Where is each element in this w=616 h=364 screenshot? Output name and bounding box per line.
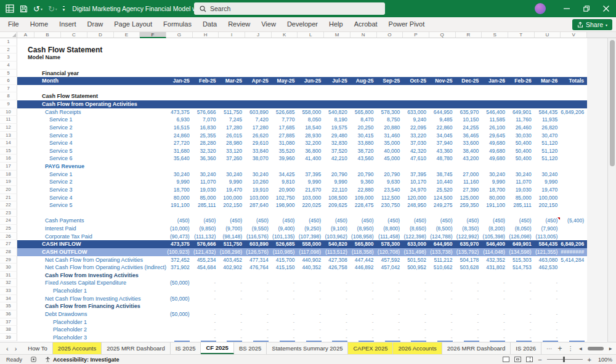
cell-H15[interactable]: 32,320 [193, 147, 219, 155]
cell-R36[interactable]: - [456, 310, 482, 318]
vertical-scrollbar-thumb[interactable] [610, 40, 615, 166]
cell-I12[interactable]: 17,280 [219, 124, 245, 132]
cell-T36[interactable]: - [508, 310, 535, 318]
undo-dropdown-icon[interactable]: ▾ [41, 7, 43, 11]
cell-J25[interactable]: (9,550) [245, 225, 272, 233]
label-7[interactable] [17, 85, 166, 93]
cell-R22[interactable]: 259,350 [456, 201, 482, 209]
cell-S28[interactable]: (114,048) [482, 248, 508, 256]
row-header-13[interactable]: 13 [0, 132, 17, 140]
cell-S24[interactable]: (450) [482, 217, 508, 225]
ribbon-tab-power-pivot[interactable]: Power Pivot [383, 17, 431, 31]
column-header-U[interactable]: U [535, 32, 561, 38]
cell-M11[interactable]: 8,190 [324, 116, 351, 124]
cell-H12[interactable]: 16,830 [193, 124, 219, 132]
cell-P21[interactable]: 120,000 [403, 194, 429, 202]
cell-T10[interactable]: 649,901 [508, 108, 535, 116]
cell-T19[interactable]: 11,070 [508, 178, 535, 186]
label-6[interactable]: Month [17, 77, 166, 85]
cell-S12[interactable]: 26,100 [482, 124, 508, 132]
cell-M22[interactable]: 209,625 [324, 201, 351, 209]
cell-I15[interactable]: 33,120 [219, 147, 245, 155]
cell-I28[interactable]: (108,298) [219, 248, 245, 256]
label-30[interactable]: Net Cash Flow from Operating Activities … [17, 264, 166, 272]
cell-S18[interactable]: 30,240 [482, 171, 508, 179]
tab-nav-right-icon[interactable]: › [15, 345, 17, 352]
cell-L24[interactable]: (450) [298, 217, 324, 225]
cell-Q36[interactable]: - [429, 310, 456, 318]
cell-H20[interactable]: 19,030 [193, 186, 219, 194]
cell-G12[interactable]: 16,515 [166, 124, 193, 132]
cell-M15[interactable]: 37,520 [324, 147, 351, 155]
sheet-tab-2026-accounts[interactable]: 2026 Accounts [393, 342, 442, 354]
cell-P16[interactable]: 47,610 [403, 155, 429, 163]
column-header-L[interactable]: L [298, 32, 324, 38]
cell-T13[interactable]: 30,030 [508, 132, 535, 140]
cell-V15[interactable] [561, 147, 587, 155]
cell-P27[interactable]: 633,000 [403, 240, 429, 248]
cell-N29[interactable]: 447,442 [351, 256, 377, 264]
cell-V25[interactable] [561, 225, 587, 233]
cell-G22[interactable]: 191,100 [166, 201, 193, 209]
cell-J21[interactable]: 103,000 [245, 194, 272, 202]
cell-T15[interactable]: 50,400 [508, 147, 535, 155]
cell-S37[interactable]: - [482, 318, 508, 326]
cell-U19[interactable]: 9,990 [535, 178, 561, 186]
cell-S16[interactable]: 49,680 [482, 155, 508, 163]
cell-I30[interactable]: 402,902 [219, 264, 245, 272]
cell-K28[interactable]: (110,985) [272, 248, 298, 256]
cell-O37[interactable]: - [377, 318, 403, 326]
zoom-slider[interactable] [547, 359, 583, 360]
cell-P11[interactable]: 9,240 [403, 116, 429, 124]
cell-N38[interactable]: - [351, 326, 377, 334]
cell-G33[interactable] [166, 287, 193, 295]
cell-P13[interactable]: 33,220 [403, 132, 429, 140]
cell-K27[interactable]: 526,685 [272, 240, 298, 248]
row-header-19[interactable]: 19 [0, 178, 17, 186]
column-header-T[interactable]: T [508, 32, 535, 38]
label-23[interactable] [17, 209, 166, 217]
cell-V28[interactable]: ######## [561, 248, 587, 256]
cell-R16[interactable]: 43,200 [456, 155, 482, 163]
cell-K21[interactable]: 102,750 [272, 194, 298, 202]
cell-M16[interactable]: 42,210 [324, 155, 351, 163]
column-header-J[interactable]: J [245, 32, 272, 38]
ribbon-tab-page-layout[interactable]: Page Layout [108, 17, 158, 31]
cell-G10[interactable]: 473,375 [166, 108, 193, 116]
cell-I6[interactable]: Mar-25 [219, 77, 245, 85]
cell-O10[interactable]: 578,300 [377, 108, 403, 116]
cell-J37[interactable]: - [245, 318, 272, 326]
cell-U15[interactable]: 51,120 [535, 147, 561, 155]
label-29[interactable]: Net Cash Flow from Operating Activities [17, 256, 166, 264]
cell-V16[interactable] [561, 155, 587, 163]
sheet-tab-capex-2025[interactable]: CAPEX 2025 [348, 342, 393, 354]
label-18[interactable]: Service 1 [17, 171, 166, 179]
cell-S30[interactable]: 431,802 [482, 264, 508, 272]
cell-L30[interactable]: 440,352 [298, 264, 324, 272]
sheet-tab-is-2026[interactable]: IS 2026 [511, 342, 541, 354]
cell-O28[interactable]: (120,708) [377, 248, 403, 256]
cell-N19[interactable]: 9,360 [351, 178, 377, 186]
cell-T22[interactable]: 285,111 [508, 201, 535, 209]
cell-O34[interactable]: - [377, 295, 403, 303]
cell-G18[interactable]: 30,240 [166, 171, 193, 179]
row-header-21[interactable]: 21 [0, 194, 17, 202]
zoom-out-button[interactable]: − [538, 357, 541, 363]
cell-S27[interactable]: 546,400 [482, 240, 508, 248]
qat-customize-icon[interactable]: ▾ [63, 6, 65, 12]
cell-J13[interactable]: 26,620 [245, 132, 272, 140]
label-11[interactable]: Service 1 [17, 116, 166, 124]
cell-R18[interactable]: 27,000 [456, 171, 482, 179]
cell-L21[interactable]: 103,000 [298, 194, 324, 202]
cell-K13[interactable]: 27,885 [272, 132, 298, 140]
row-header-2[interactable]: 2 [0, 46, 17, 54]
cell-L26[interactable]: (107,398) [298, 233, 324, 241]
column-header-N[interactable]: N [351, 32, 377, 38]
cell-V38[interactable] [561, 326, 587, 334]
cell-K16[interactable]: 39,960 [272, 155, 298, 163]
accessibility-checker[interactable]: Accessibility: Investigate [45, 357, 120, 363]
cell-J29[interactable]: 477,314 [245, 256, 272, 264]
cell-Q21[interactable]: 124,500 [429, 194, 456, 202]
cell-L13[interactable]: 28,930 [298, 132, 324, 140]
cell-I10[interactable]: 511,750 [219, 108, 245, 116]
